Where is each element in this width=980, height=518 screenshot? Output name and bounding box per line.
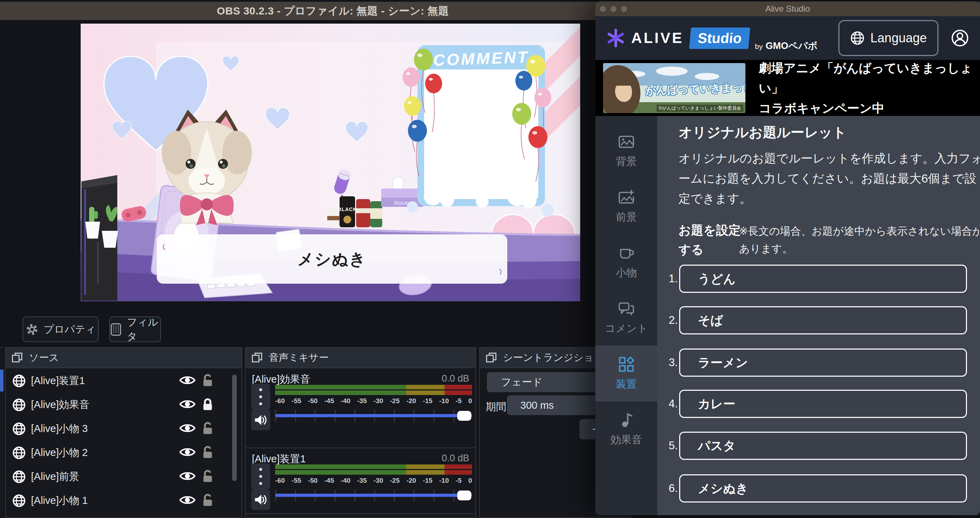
roulette-result-box: メシぬき [157,234,507,284]
scenes-panel-fragment [0,347,3,518]
mute-speaker-button[interactable] [251,489,270,510]
sources-panel-title: ソース [29,351,59,364]
browser-source-icon [12,446,26,460]
visibility-eye-icon[interactable] [179,421,196,436]
topic-input-1[interactable]: うどん [679,265,967,293]
audio-mixer-panel: 音声ミキサー [Alive]効果音 0.0 dB -60-55-50-45-40… [245,347,476,518]
globe-icon [850,31,865,45]
alive-logo-text: ALIVE [631,30,684,46]
sources-panel: ソース [Alive]装置1 [Alive]効果音 [Alive]小物 3 [5,347,242,518]
channel-menu-button[interactable] [251,463,270,489]
volume-slider-handle[interactable] [457,491,471,500]
topic-input-3[interactable]: ラーメン [679,349,967,377]
banner-caption: 劇場アニメ「がんばっていきまっしょい」 コラボキャンペーン中 [759,58,980,118]
vu-meter [275,385,472,389]
properties-button[interactable]: プロパティ [22,316,99,342]
roulette-result-text: メシぬき [298,250,366,268]
topic-input-6[interactable]: メシぬき [679,474,967,502]
filter-icon [110,323,122,336]
volume-slider-handle[interactable] [457,411,471,421]
source-row[interactable]: [Alive]効果音 [6,393,242,417]
browser-source-icon [12,470,26,484]
source-row[interactable]: [Alive]小物 3 [6,417,242,441]
mixer-body: [Alive]効果音 0.0 dB -60-55-50-45-40-35-30-… [245,368,476,518]
lock-open-icon[interactable] [200,421,215,436]
topic-number: 1. [662,273,678,285]
sidebar-item-background[interactable]: 背景 [595,123,657,179]
channel-menu-button[interactable] [251,384,270,410]
roulette-settings-content: オリジナルお題ルーレット オリジナルのお題でルーレットを作成します。入力フォーム… [657,116,980,515]
source-row[interactable]: [Alive]小物 1 [6,489,242,513]
screen: OBS 30.2.3 - プロファイル: 無題 - シーン: 無題 [0,0,980,518]
obs-window-title: OBS 30.2.3 - プロファイル: 無題 - シーン: 無題 [0,2,666,20]
visibility-eye-icon[interactable] [179,373,196,388]
lock-closed-icon[interactable] [200,397,215,412]
language-button[interactable]: Language [838,20,939,56]
sources-panel-header[interactable]: ソース [6,348,242,368]
sidebar-item-comment[interactable]: コメント [595,290,657,346]
topic-value: ラーメン [698,354,748,371]
scene-selected-fragment[interactable] [0,370,3,392]
mixer-channel-db: 0.0 dB [442,453,469,464]
lock-open-icon[interactable] [200,445,215,460]
volume-slider[interactable] [275,414,472,417]
source-name: [Alive]小物 3 [31,422,88,436]
visibility-eye-icon[interactable] [179,397,196,412]
sidebar-label: 前景 [616,210,637,225]
mute-speaker-button[interactable] [251,410,270,430]
cup-icon [618,245,635,261]
duration-label: 期間 [486,400,506,414]
lock-open-icon[interactable] [200,493,215,508]
duration-value: 300 ms [520,400,554,411]
sidebar-item-foreground[interactable]: 前景 [595,179,657,234]
campaign-banner[interactable]: がんばっていきまっしょい ©がんばっていきまっしょい製作委員会 劇場アニメ「がん… [595,60,980,116]
topic-number: 3. [662,356,678,369]
properties-label: プロパティ [44,322,96,336]
transition-value: フェード [501,375,542,389]
source-row-partial[interactable] [6,513,242,518]
sidebar-item-sound-effect[interactable]: 効果音 [595,402,657,457]
source-row[interactable]: [Alive]装置1 [6,369,242,393]
kebab-icon [259,387,262,406]
account-icon[interactable] [950,29,969,48]
sidebar-item-props[interactable]: 小物 [595,234,657,290]
sources-scrollbar[interactable] [232,375,237,481]
source-name: [Alive]装置1 [31,374,85,388]
browser-source-icon [12,494,26,508]
source-row[interactable]: [Alive]小物 2 [6,441,242,465]
browser-source-icon [12,422,26,436]
transition-panel-title: シーントランジション [503,351,604,364]
sidebar-item-device[interactable]: 装置 [595,346,657,402]
language-label: Language [870,31,927,45]
set-topics-label: お題を設定する [678,220,744,259]
visibility-eye-icon[interactable] [179,444,196,460]
banner-caption-line1: 劇場アニメ「がんばっていきまっしょい」 [759,58,980,98]
gear-icon [25,323,39,336]
filters-button[interactable]: フィルタ [109,316,161,342]
mixer-panel-header[interactable]: 音声ミキサー [245,348,476,368]
lock-open-icon[interactable] [200,469,215,484]
source-row[interactable]: [Alive]前景 [6,465,242,489]
alive-header: ALIVE Studio by GMOペパボ Language [595,16,980,60]
mixer-channel-db: 0.0 dB [442,373,469,384]
page-description: オリジナルのお題でルーレットを作成します。入力フォームにお題を入力してください。… [678,148,980,209]
banner-image: がんばっていきまっしょい ©がんばっていきまっしょい製作委員会 [603,63,745,113]
lock-open-icon[interactable] [200,373,215,388]
sidebar-label: 効果音 [611,433,642,447]
topic-input-5[interactable]: パスタ [679,432,967,460]
visibility-eye-icon[interactable] [179,468,196,484]
topic-input-4[interactable]: カレー [679,390,967,418]
studio-badge: Studio [689,27,750,49]
visibility-eye-icon[interactable] [179,492,196,508]
alive-studio-window: Alive Studio ALIVE Studio by GMOペパボ [595,2,980,515]
alive-sidebar: 背景 前景 小物 コメント 装置 [595,116,657,515]
panel-icon [251,352,263,363]
meter-scale: -60-55-50-45-40-35-30-25-20-15-10-50 [275,477,472,485]
topic-input-2[interactable]: そば [679,306,967,335]
banner-caption-line2: コラボキャンペーン中 [759,98,980,118]
can-label: BLACK [338,207,357,212]
sidebar-label: 背景 [616,155,637,169]
volume-slider[interactable] [275,494,472,497]
obs-preview-canvas: BLACK tissue COMMENT [81,24,580,301]
visibility-eye-icon[interactable] [179,516,196,518]
